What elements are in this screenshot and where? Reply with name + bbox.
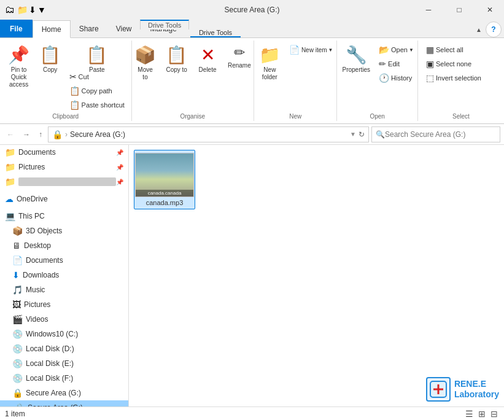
address-bar[interactable]: 🔒 › Secure Area (G:) ▼ ↻: [48, 126, 369, 142]
pin-to-quick-access-button[interactable]: 📌 Pin to Quick access: [4, 42, 34, 82]
move-to-button[interactable]: 📦 Move to: [130, 42, 160, 82]
new-item-button[interactable]: 📄 New item ▼: [286, 43, 336, 56]
tab-drive-tools[interactable]: Drive Tools: [190, 20, 241, 37]
tab-home[interactable]: Home: [33, 20, 71, 38]
onedrive-icon: ☁: [5, 194, 14, 204]
ribbon-group-open: 🔧 Properties 📂 Open ▼ ✏ Edit 🕐 History: [337, 41, 418, 121]
ribbon-group-organise: 📦 Move to 📋 Copy to ✕ Delete ✏ Rename Or…: [132, 41, 254, 121]
ribbon-group-select: ▦ Select all ▣ Select none ⬚ Invert sele…: [418, 41, 504, 121]
select-all-label: Select all: [436, 46, 463, 53]
sidebar-item-onedrive[interactable]: ☁ OneDrive: [0, 192, 128, 206]
cut-label: Cut: [79, 73, 89, 80]
file-item-canada[interactable]: canada.canada canada.mp3: [134, 150, 195, 209]
sidebar-item-pictures-pc[interactable]: 🖼 Pictures: [7, 297, 128, 312]
sidebar-item-desktop[interactable]: 🖥 Desktop: [7, 238, 128, 253]
pin-indicator-3: 📌: [116, 179, 123, 185]
open-button[interactable]: 📂 Open ▼: [376, 43, 417, 56]
sidebar-item-local-f[interactable]: 💿 Local Disk (F:): [7, 371, 128, 386]
open-label: Open: [391, 46, 408, 53]
sidebar-item-local-e[interactable]: 💿 Local Disk (E:): [7, 356, 128, 371]
sidebar-item-pictures-quick[interactable]: 📁 Pictures 📌: [0, 160, 128, 174]
search-bar[interactable]: 🔍: [371, 126, 500, 142]
select-all-button[interactable]: ▦ Select all: [423, 43, 499, 56]
delete-button[interactable]: ✕ Delete: [193, 42, 222, 82]
copy-label-large: Copy: [43, 66, 57, 74]
window-title: Secure Area (G:): [224, 6, 279, 14]
nav-up-button[interactable]: ↑: [36, 128, 45, 141]
ribbon-group-new: 📁 New folder 📄 New item ▼ New: [254, 41, 337, 121]
select-label: Select: [452, 112, 470, 120]
thumbnail-overlay: canada.canada: [136, 190, 193, 196]
sidebar-item-downloads[interactable]: ⬇ Downloads: [7, 268, 128, 282]
sidebar-item-this-pc[interactable]: 💻 This PC: [0, 209, 128, 224]
rename-button[interactable]: ✏ Rename: [223, 42, 255, 82]
watermark-line2: Laboratory: [454, 389, 499, 400]
nav-back-button[interactable]: ←: [4, 128, 17, 141]
windows10-icon: 💿: [12, 329, 23, 339]
view-details-button[interactable]: ☰: [464, 409, 475, 419]
sidebar-item-secure-g-under-pc[interactable]: 🔒 Secure Area (G:): [7, 386, 128, 400]
pin-icon: 📌: [8, 45, 29, 65]
properties-button[interactable]: 🔧 Properties: [338, 42, 374, 82]
sidebar-label-2: Pictures: [18, 163, 116, 171]
downloads-label: Downloads: [23, 271, 123, 279]
address-dropdown[interactable]: ▼: [350, 131, 356, 138]
tab-view[interactable]: View: [107, 20, 141, 37]
history-button[interactable]: 🕐 History: [376, 71, 417, 85]
search-input[interactable]: [385, 130, 496, 139]
clipboard-label: Clipboard: [52, 112, 79, 120]
sidebar-item-blurred-quick[interactable]: 📁 ████████████ 📌: [0, 174, 128, 189]
invert-selection-button[interactable]: ⬚ Invert selection: [423, 71, 499, 85]
paste-shortcut-label: Paste shortcut: [82, 101, 125, 109]
sidebar-item-music[interactable]: 🎵 Music: [7, 282, 128, 297]
videos-icon: 🎬: [12, 314, 23, 324]
pictures-pc-icon: 🖼: [12, 300, 21, 309]
watermark-icon: [426, 377, 451, 402]
paste-shortcut-icon: 📋: [69, 100, 80, 110]
pin-label: Pin to Quick access: [8, 66, 30, 88]
nav-forward-button[interactable]: →: [20, 128, 33, 141]
copy-to-button[interactable]: 📋 Copy to: [161, 42, 192, 82]
sidebar-item-documents-pc[interactable]: 📄 Documents: [7, 253, 128, 268]
cut-button[interactable]: ✂ Cut: [66, 70, 128, 84]
sidebar-item-local-d[interactable]: 💿 Local Disk (D:): [7, 341, 128, 356]
view-large-icons-button[interactable]: ⊟: [489, 409, 499, 419]
address-path: Secure Area (G:): [70, 130, 125, 139]
documents-pc-icon: 📄: [12, 255, 23, 265]
pin-indicator-1: 📌: [116, 149, 123, 156]
sidebar-label-3: ████████████: [18, 177, 116, 186]
organise-label: Organise: [180, 112, 205, 120]
quick-access-icon-3: ▼: [37, 5, 46, 15]
close-button[interactable]: ✕: [476, 0, 504, 20]
address-refresh[interactable]: ↻: [359, 130, 365, 139]
select-none-button[interactable]: ▣ Select none: [423, 57, 499, 71]
content-area: canada.canada canada.mp3 RENE.E Laborato…: [129, 145, 504, 420]
new-folder-label: New folder: [262, 66, 277, 81]
ribbon-collapse-btn[interactable]: ▲: [476, 26, 482, 33]
sidebar-item-windows10[interactable]: 💿 Windows10 (C:): [7, 327, 128, 341]
paste-button[interactable]: 📋 Paste: [66, 42, 128, 69]
tab-file[interactable]: File: [0, 20, 33, 37]
sidebar-item-documents-quick[interactable]: 📁 Documents 📌: [0, 145, 128, 160]
new-folder-button[interactable]: 📁 New folder: [255, 42, 285, 82]
view-tiles-button[interactable]: ⊞: [477, 409, 487, 419]
downloads-icon: ⬇: [12, 270, 20, 280]
tab-share[interactable]: Share: [71, 20, 107, 37]
help-button[interactable]: ?: [486, 21, 502, 37]
maximize-button[interactable]: □: [445, 0, 473, 20]
open-icon: 📂: [379, 45, 389, 55]
copy-path-button[interactable]: 📋 Copy path: [66, 84, 128, 98]
paste-shortcut-button[interactable]: 📋 Paste shortcut: [66, 98, 128, 112]
view-icons: ☰ ⊞ ⊟: [464, 409, 499, 419]
copy-button-large[interactable]: 📋 Copy: [36, 42, 65, 82]
edit-button[interactable]: ✏ Edit: [376, 57, 417, 71]
sidebar-item-videos[interactable]: 🎬 Videos: [7, 312, 128, 327]
quick-access-icon-1: 📁: [17, 5, 28, 15]
documents-pc-label: Documents: [26, 256, 123, 265]
minimize-button[interactable]: ─: [414, 0, 443, 20]
status-text: 1 item: [5, 410, 464, 418]
music-label: Music: [26, 286, 123, 294]
sidebar-item-3d-objects[interactable]: 📦 3D Objects: [7, 224, 128, 238]
rename-label: Rename: [228, 62, 251, 69]
properties-icon: 🔧: [346, 45, 367, 65]
